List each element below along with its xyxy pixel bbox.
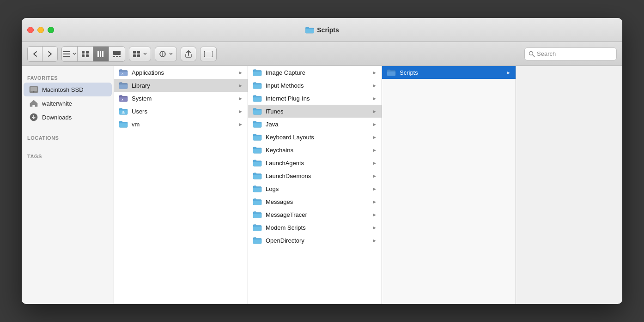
downloads-icon	[29, 113, 38, 122]
sidebar-item-downloads[interactable]: Downloads	[24, 110, 112, 124]
col2-java[interactable]: Java ►	[248, 118, 382, 131]
folder-launch-agents-icon	[253, 159, 262, 167]
col2-logs[interactable]: Logs ►	[248, 182, 382, 195]
col1-users-label: Users	[132, 108, 235, 115]
folder-logs-icon	[253, 185, 262, 192]
col2-modem-scripts[interactable]: Modem Scripts ►	[248, 221, 382, 234]
column-3: Scripts ►	[382, 66, 516, 304]
svg-rect-4	[86, 51, 89, 54]
col2-itunes-chevron: ►	[372, 109, 377, 114]
svg-rect-2	[63, 56, 70, 57]
folder-open-directory-icon	[253, 237, 262, 244]
svg-rect-6	[86, 54, 89, 57]
col1-applications-chevron: ►	[238, 70, 243, 75]
svg-rect-1	[63, 54, 70, 54]
col2-keychains[interactable]: Keychains ►	[248, 143, 382, 156]
gallery-view-button[interactable]	[109, 47, 125, 61]
minimize-button[interactable]	[37, 27, 44, 33]
svg-rect-14	[133, 51, 136, 54]
folder-modem-scripts-icon	[253, 224, 262, 231]
col2-messages-label: Messages	[266, 198, 369, 205]
drive-icon	[29, 85, 38, 94]
svg-rect-7	[97, 51, 99, 57]
list-view-button[interactable]	[62, 47, 78, 61]
search-box[interactable]: Search	[524, 48, 617, 60]
share-button[interactable]	[181, 47, 196, 61]
col2-keyboard-layouts-chevron: ►	[372, 135, 377, 140]
col2-logs-label: Logs	[266, 185, 369, 192]
svg-point-29	[33, 91, 35, 93]
maximize-button[interactable]	[48, 27, 54, 33]
svg-line-26	[533, 55, 535, 57]
col2-internet-plugins[interactable]: Internet Plug-Ins ►	[248, 92, 382, 105]
col2-input-methods[interactable]: Input Methods ►	[248, 79, 382, 92]
col2-modem-scripts-label: Modem Scripts	[266, 224, 369, 231]
col1-library[interactable]: Library ►	[114, 79, 248, 92]
svg-rect-9	[102, 51, 103, 57]
col2-message-tracer[interactable]: MessageTracer ►	[248, 208, 382, 221]
col2-keychains-chevron: ►	[372, 148, 377, 153]
folder-keychains-icon	[253, 146, 262, 154]
svg-point-19	[162, 53, 164, 54]
col2-keyboard-layouts-label: Keyboard Layouts	[266, 134, 369, 141]
folder-scripts-icon	[387, 69, 396, 76]
col2-itunes[interactable]: iTunes ►	[248, 105, 382, 118]
close-button[interactable]	[27, 27, 34, 33]
col2-messages[interactable]: Messages ►	[248, 195, 382, 208]
col2-message-tracer-label: MessageTracer	[266, 211, 369, 218]
titlebar: Scripts	[22, 18, 622, 42]
sidebar-item-walterwhite-label: walterwhite	[42, 100, 72, 107]
col2-launch-daemons[interactable]: LaunchDaemons ►	[248, 169, 382, 182]
col1-library-chevron: ►	[238, 83, 243, 88]
svg-rect-5	[82, 54, 85, 57]
col1-vm-label: vm	[132, 121, 235, 128]
col2-input-methods-chevron: ►	[372, 83, 377, 88]
col3-scripts-label: Scripts	[400, 69, 503, 76]
favorites-label: Favorites	[22, 72, 114, 83]
column-2: Image Capture ► Input Methods ►	[248, 66, 382, 304]
col1-system[interactable]: X System ►	[114, 92, 248, 105]
folder-users-icon	[119, 107, 128, 115]
nav-group	[27, 46, 58, 62]
col2-keyboard-layouts[interactable]: Keyboard Layouts ►	[248, 131, 382, 143]
arrange-button[interactable]	[129, 47, 151, 61]
tag-button[interactable]	[200, 47, 217, 61]
col1-applications[interactable]: A Applications ►	[114, 66, 248, 79]
svg-point-25	[529, 51, 533, 55]
column-1: A Applications ► Library ►	[114, 66, 248, 304]
folder-keyboard-layouts-icon	[253, 133, 262, 141]
back-button[interactable]	[28, 47, 43, 61]
svg-text:A: A	[122, 72, 123, 75]
traffic-lights	[27, 27, 54, 33]
column-view-button[interactable]	[93, 47, 109, 61]
col2-open-directory[interactable]: OpenDirectory ►	[248, 234, 382, 247]
col2-input-methods-label: Input Methods	[266, 82, 369, 89]
col2-launch-daemons-chevron: ►	[372, 173, 377, 179]
folder-vm-icon	[119, 120, 128, 128]
sidebar-item-walterwhite[interactable]: walterwhite	[24, 96, 112, 110]
svg-rect-24	[204, 51, 213, 57]
icon-view-button[interactable]	[78, 47, 93, 61]
action-button[interactable]	[155, 47, 177, 61]
col2-java-chevron: ►	[372, 122, 377, 127]
folder-input-methods-icon	[253, 82, 262, 89]
home-icon	[29, 99, 38, 108]
forward-button[interactable]	[43, 47, 57, 61]
toolbar: Search	[22, 42, 622, 66]
col2-launch-agents-label: LaunchAgents	[266, 160, 369, 167]
col2-modem-scripts-chevron: ►	[372, 225, 377, 230]
svg-rect-12	[116, 56, 118, 57]
svg-rect-15	[137, 51, 140, 54]
svg-point-22	[160, 54, 161, 54]
search-placeholder: Search	[537, 50, 556, 57]
sidebar-item-macintosh-ssd[interactable]: Macintosh SSD	[24, 83, 112, 96]
col1-vm[interactable]: vm ►	[114, 118, 248, 131]
col3-scripts[interactable]: Scripts ►	[382, 66, 516, 79]
folder-messages-icon	[253, 198, 262, 205]
folder-internet-plugins-icon	[253, 95, 262, 102]
col2-image-capture[interactable]: Image Capture ►	[248, 66, 382, 79]
col2-launch-agents[interactable]: LaunchAgents ►	[248, 156, 382, 169]
col2-messages-chevron: ►	[372, 199, 377, 204]
col1-users[interactable]: Users ►	[114, 105, 248, 118]
sidebar-item-macintosh-ssd-label: Macintosh SSD	[42, 86, 84, 93]
